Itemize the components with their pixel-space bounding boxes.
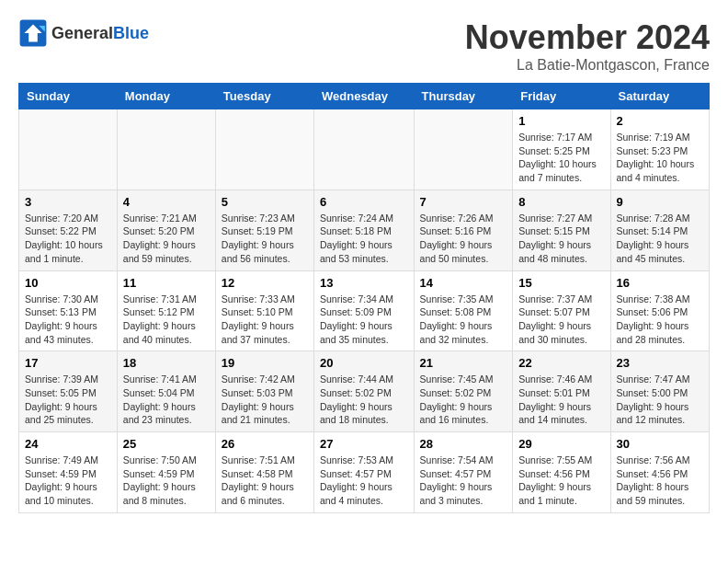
calendar-cell: 26Sunrise: 7:51 AM Sunset: 4:58 PM Dayli… — [215, 432, 313, 513]
calendar-week-row: 24Sunrise: 7:49 AM Sunset: 4:59 PM Dayli… — [19, 432, 710, 513]
day-info: Sunrise: 7:35 AM Sunset: 5:08 PM Dayligh… — [420, 293, 507, 347]
calendar-week-row: 3Sunrise: 7:20 AM Sunset: 5:22 PM Daylig… — [19, 190, 710, 270]
day-number: 19 — [222, 356, 308, 370]
calendar-cell: 18Sunrise: 7:41 AM Sunset: 5:04 PM Dayli… — [117, 351, 215, 432]
calendar-cell: 9Sunrise: 7:28 AM Sunset: 5:14 PM Daylig… — [610, 190, 709, 270]
calendar-cell: 30Sunrise: 7:56 AM Sunset: 4:56 PM Dayli… — [610, 432, 709, 513]
calendar-cell: 29Sunrise: 7:55 AM Sunset: 4:56 PM Dayli… — [513, 432, 610, 513]
day-number: 22 — [518, 356, 604, 370]
calendar-cell — [19, 109, 118, 190]
logo-text-blue: Blue — [113, 24, 149, 42]
weekday-header-row: SundayMondayTuesdayWednesdayThursdayFrid… — [19, 84, 710, 109]
calendar-cell: 27Sunrise: 7:53 AM Sunset: 4:57 PM Dayli… — [314, 432, 415, 513]
calendar-cell: 12Sunrise: 7:33 AM Sunset: 5:10 PM Dayli… — [215, 270, 313, 351]
day-info: Sunrise: 7:39 AM Sunset: 5:05 PM Dayligh… — [25, 373, 111, 427]
day-number: 9 — [617, 195, 703, 209]
day-info: Sunrise: 7:42 AM Sunset: 5:03 PM Dayligh… — [222, 373, 308, 427]
calendar-cell: 13Sunrise: 7:34 AM Sunset: 5:09 PM Dayli… — [314, 270, 415, 351]
day-number: 1 — [518, 114, 604, 128]
calendar-cell: 4Sunrise: 7:21 AM Sunset: 5:20 PM Daylig… — [117, 190, 215, 270]
day-number: 7 — [420, 195, 507, 209]
calendar-cell: 8Sunrise: 7:27 AM Sunset: 5:15 PM Daylig… — [513, 190, 610, 270]
calendar-cell — [215, 109, 313, 190]
day-info: Sunrise: 7:56 AM Sunset: 4:56 PM Dayligh… — [617, 454, 703, 508]
day-number: 16 — [617, 276, 703, 290]
day-number: 23 — [617, 356, 703, 370]
calendar-cell: 6Sunrise: 7:24 AM Sunset: 5:18 PM Daylig… — [314, 190, 415, 270]
day-info: Sunrise: 7:17 AM Sunset: 5:25 PM Dayligh… — [518, 131, 604, 185]
month-title: November 2024 — [465, 18, 710, 57]
weekday-header-sunday: Sunday — [19, 84, 118, 109]
day-number: 26 — [222, 437, 308, 451]
calendar-cell: 24Sunrise: 7:49 AM Sunset: 4:59 PM Dayli… — [19, 432, 118, 513]
calendar-cell — [117, 109, 215, 190]
calendar-cell: 20Sunrise: 7:44 AM Sunset: 5:02 PM Dayli… — [314, 351, 415, 432]
day-info: Sunrise: 7:23 AM Sunset: 5:19 PM Dayligh… — [222, 212, 308, 266]
calendar-cell: 3Sunrise: 7:20 AM Sunset: 5:22 PM Daylig… — [19, 190, 118, 270]
calendar-cell: 14Sunrise: 7:35 AM Sunset: 5:08 PM Dayli… — [414, 270, 513, 351]
day-number: 11 — [123, 276, 210, 290]
calendar-table: SundayMondayTuesdayWednesdayThursdayFrid… — [18, 83, 710, 513]
calendar-cell: 15Sunrise: 7:37 AM Sunset: 5:07 PM Dayli… — [513, 270, 610, 351]
day-info: Sunrise: 7:46 AM Sunset: 5:01 PM Dayligh… — [518, 373, 604, 427]
day-info: Sunrise: 7:38 AM Sunset: 5:06 PM Dayligh… — [617, 293, 703, 347]
calendar-cell — [314, 109, 415, 190]
day-info: Sunrise: 7:41 AM Sunset: 5:04 PM Dayligh… — [123, 373, 210, 427]
day-info: Sunrise: 7:27 AM Sunset: 5:15 PM Dayligh… — [518, 212, 604, 266]
calendar-cell: 5Sunrise: 7:23 AM Sunset: 5:19 PM Daylig… — [215, 190, 313, 270]
calendar-cell: 22Sunrise: 7:46 AM Sunset: 5:01 PM Dayli… — [513, 351, 610, 432]
calendar-week-row: 17Sunrise: 7:39 AM Sunset: 5:05 PM Dayli… — [19, 351, 710, 432]
day-info: Sunrise: 7:20 AM Sunset: 5:22 PM Dayligh… — [25, 212, 111, 266]
day-number: 18 — [123, 356, 210, 370]
day-number: 25 — [123, 437, 210, 451]
calendar-cell: 28Sunrise: 7:54 AM Sunset: 4:57 PM Dayli… — [414, 432, 513, 513]
calendar-cell: 7Sunrise: 7:26 AM Sunset: 5:16 PM Daylig… — [414, 190, 513, 270]
day-info: Sunrise: 7:47 AM Sunset: 5:00 PM Dayligh… — [617, 373, 703, 427]
day-number: 21 — [420, 356, 507, 370]
logo: GeneralBlue — [18, 18, 149, 48]
weekday-header-monday: Monday — [117, 84, 215, 109]
calendar-cell: 23Sunrise: 7:47 AM Sunset: 5:00 PM Dayli… — [610, 351, 709, 432]
day-info: Sunrise: 7:19 AM Sunset: 5:23 PM Dayligh… — [617, 131, 703, 185]
day-number: 20 — [320, 356, 408, 370]
day-info: Sunrise: 7:44 AM Sunset: 5:02 PM Dayligh… — [320, 373, 408, 427]
day-number: 29 — [518, 437, 604, 451]
calendar-cell: 19Sunrise: 7:42 AM Sunset: 5:03 PM Dayli… — [215, 351, 313, 432]
calendar-cell: 21Sunrise: 7:45 AM Sunset: 5:02 PM Dayli… — [414, 351, 513, 432]
calendar-cell: 2Sunrise: 7:19 AM Sunset: 5:23 PM Daylig… — [610, 109, 709, 190]
day-info: Sunrise: 7:24 AM Sunset: 5:18 PM Dayligh… — [320, 212, 408, 266]
day-number: 12 — [222, 276, 308, 290]
calendar-cell: 1Sunrise: 7:17 AM Sunset: 5:25 PM Daylig… — [513, 109, 610, 190]
day-info: Sunrise: 7:55 AM Sunset: 4:56 PM Dayligh… — [518, 454, 604, 508]
weekday-header-wednesday: Wednesday — [314, 84, 415, 109]
logo-icon — [18, 18, 48, 48]
day-info: Sunrise: 7:37 AM Sunset: 5:07 PM Dayligh… — [518, 293, 604, 347]
day-info: Sunrise: 7:54 AM Sunset: 4:57 PM Dayligh… — [420, 454, 507, 508]
calendar-cell: 25Sunrise: 7:50 AM Sunset: 4:59 PM Dayli… — [117, 432, 215, 513]
calendar-cell: 16Sunrise: 7:38 AM Sunset: 5:06 PM Dayli… — [610, 270, 709, 351]
day-info: Sunrise: 7:53 AM Sunset: 4:57 PM Dayligh… — [320, 454, 408, 508]
day-info: Sunrise: 7:28 AM Sunset: 5:14 PM Dayligh… — [617, 212, 703, 266]
logo-text-general: General — [51, 24, 113, 42]
day-number: 10 — [25, 276, 111, 290]
calendar-cell — [414, 109, 513, 190]
title-section: November 2024 La Batie-Montgascon, Franc… — [465, 18, 710, 74]
day-number: 28 — [420, 437, 507, 451]
day-number: 17 — [25, 356, 111, 370]
day-number: 5 — [222, 195, 308, 209]
calendar-week-row: 1Sunrise: 7:17 AM Sunset: 5:25 PM Daylig… — [19, 109, 710, 190]
weekday-header-thursday: Thursday — [414, 84, 513, 109]
day-number: 8 — [518, 195, 604, 209]
day-info: Sunrise: 7:34 AM Sunset: 5:09 PM Dayligh… — [320, 293, 408, 347]
weekday-header-tuesday: Tuesday — [215, 84, 313, 109]
calendar-cell: 11Sunrise: 7:31 AM Sunset: 5:12 PM Dayli… — [117, 270, 215, 351]
day-info: Sunrise: 7:21 AM Sunset: 5:20 PM Dayligh… — [123, 212, 210, 266]
weekday-header-saturday: Saturday — [610, 84, 709, 109]
day-number: 14 — [420, 276, 507, 290]
day-info: Sunrise: 7:26 AM Sunset: 5:16 PM Dayligh… — [420, 212, 507, 266]
calendar-header: SundayMondayTuesdayWednesdayThursdayFrid… — [19, 84, 710, 109]
day-info: Sunrise: 7:45 AM Sunset: 5:02 PM Dayligh… — [420, 373, 507, 427]
calendar-week-row: 10Sunrise: 7:30 AM Sunset: 5:13 PM Dayli… — [19, 270, 710, 351]
day-number: 4 — [123, 195, 210, 209]
day-info: Sunrise: 7:49 AM Sunset: 4:59 PM Dayligh… — [25, 454, 111, 508]
